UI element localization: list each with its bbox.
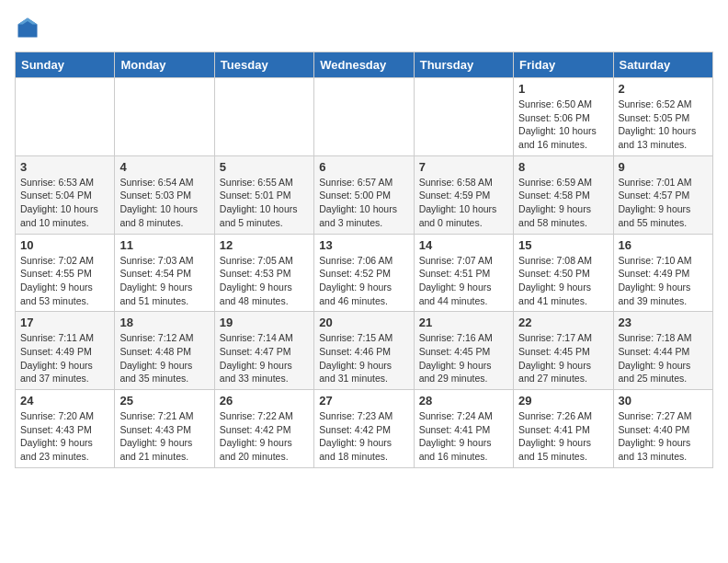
calendar-header-sunday: Sunday xyxy=(16,52,115,78)
day-info: Sunrise: 7:17 AM Sunset: 4:45 PM Dayligh… xyxy=(518,331,608,385)
day-number: 9 xyxy=(619,160,708,174)
day-number: 12 xyxy=(220,238,309,252)
calendar-table: SundayMondayTuesdayWednesdayThursdayFrid… xyxy=(15,52,713,468)
calendar-cell xyxy=(214,78,313,156)
day-info: Sunrise: 7:10 AM Sunset: 4:49 PM Dayligh… xyxy=(619,254,708,308)
day-number: 4 xyxy=(119,160,209,174)
calendar-cell: 5Sunrise: 6:55 AM Sunset: 5:01 PM Daylig… xyxy=(214,155,313,234)
day-number: 6 xyxy=(319,160,408,174)
day-number: 18 xyxy=(119,316,209,329)
calendar-week-row: 1Sunrise: 6:50 AM Sunset: 5:06 PM Daylig… xyxy=(16,78,713,156)
day-number: 15 xyxy=(518,238,608,252)
calendar-cell: 10Sunrise: 7:02 AM Sunset: 4:55 PM Dayli… xyxy=(16,234,115,312)
calendar-cell: 7Sunrise: 6:58 AM Sunset: 4:59 PM Daylig… xyxy=(414,155,513,234)
day-number: 28 xyxy=(419,394,508,408)
calendar-cell: 9Sunrise: 7:01 AM Sunset: 4:57 PM Daylig… xyxy=(613,155,712,234)
calendar-cell: 15Sunrise: 7:08 AM Sunset: 4:50 PM Dayli… xyxy=(514,234,613,312)
calendar-cell: 24Sunrise: 7:20 AM Sunset: 4:43 PM Dayli… xyxy=(16,390,115,468)
day-info: Sunrise: 6:54 AM Sunset: 5:03 PM Dayligh… xyxy=(119,176,209,230)
calendar-cell xyxy=(16,78,115,156)
calendar-cell: 23Sunrise: 7:18 AM Sunset: 4:44 PM Dayli… xyxy=(613,312,712,390)
day-info: Sunrise: 7:22 AM Sunset: 4:42 PM Dayligh… xyxy=(220,409,309,464)
calendar-cell: 14Sunrise: 7:07 AM Sunset: 4:51 PM Dayli… xyxy=(414,234,513,312)
day-info: Sunrise: 7:16 AM Sunset: 4:45 PM Dayligh… xyxy=(419,331,508,385)
day-number: 13 xyxy=(319,238,408,252)
calendar-week-row: 3Sunrise: 6:53 AM Sunset: 5:04 PM Daylig… xyxy=(16,155,713,234)
calendar-cell: 22Sunrise: 7:17 AM Sunset: 4:45 PM Dayli… xyxy=(514,312,613,390)
day-info: Sunrise: 7:06 AM Sunset: 4:52 PM Dayligh… xyxy=(319,254,408,308)
day-info: Sunrise: 7:08 AM Sunset: 4:50 PM Dayligh… xyxy=(518,254,608,308)
day-info: Sunrise: 6:53 AM Sunset: 5:04 PM Dayligh… xyxy=(20,176,109,230)
calendar-cell: 27Sunrise: 7:23 AM Sunset: 4:42 PM Dayli… xyxy=(314,390,414,468)
day-number: 16 xyxy=(619,238,708,252)
day-info: Sunrise: 7:05 AM Sunset: 4:53 PM Dayligh… xyxy=(220,254,309,308)
calendar-cell xyxy=(115,78,214,156)
day-info: Sunrise: 7:20 AM Sunset: 4:43 PM Dayligh… xyxy=(20,409,109,464)
calendar-header-row: SundayMondayTuesdayWednesdayThursdayFrid… xyxy=(16,52,713,78)
calendar-cell: 1Sunrise: 6:50 AM Sunset: 5:06 PM Daylig… xyxy=(514,78,613,156)
day-number: 29 xyxy=(518,394,608,408)
day-number: 20 xyxy=(319,316,408,329)
calendar-cell: 25Sunrise: 7:21 AM Sunset: 4:43 PM Dayli… xyxy=(115,390,214,468)
day-number: 1 xyxy=(518,82,608,96)
day-number: 27 xyxy=(319,394,408,408)
day-info: Sunrise: 6:57 AM Sunset: 5:00 PM Dayligh… xyxy=(319,176,408,230)
calendar-week-row: 10Sunrise: 7:02 AM Sunset: 4:55 PM Dayli… xyxy=(16,234,713,312)
day-info: Sunrise: 6:58 AM Sunset: 4:59 PM Dayligh… xyxy=(419,176,508,230)
day-number: 17 xyxy=(20,316,109,329)
day-info: Sunrise: 7:03 AM Sunset: 4:54 PM Dayligh… xyxy=(119,254,209,308)
calendar-header-wednesday: Wednesday xyxy=(314,52,414,78)
day-number: 23 xyxy=(619,316,708,329)
calendar-cell: 13Sunrise: 7:06 AM Sunset: 4:52 PM Dayli… xyxy=(314,234,414,312)
calendar-header-monday: Monday xyxy=(115,52,214,78)
calendar-cell: 20Sunrise: 7:15 AM Sunset: 4:46 PM Dayli… xyxy=(314,312,414,390)
calendar-week-row: 17Sunrise: 7:11 AM Sunset: 4:49 PM Dayli… xyxy=(16,312,713,390)
logo-icon xyxy=(15,15,40,40)
day-number: 7 xyxy=(419,160,508,174)
day-info: Sunrise: 7:18 AM Sunset: 4:44 PM Dayligh… xyxy=(619,331,708,385)
day-info: Sunrise: 6:55 AM Sunset: 5:01 PM Dayligh… xyxy=(220,176,309,230)
day-number: 21 xyxy=(419,316,508,329)
day-number: 8 xyxy=(518,160,608,174)
day-info: Sunrise: 7:27 AM Sunset: 4:40 PM Dayligh… xyxy=(619,409,708,464)
day-number: 10 xyxy=(20,238,109,252)
day-info: Sunrise: 7:11 AM Sunset: 4:49 PM Dayligh… xyxy=(20,331,109,385)
day-info: Sunrise: 7:14 AM Sunset: 4:47 PM Dayligh… xyxy=(220,331,309,385)
day-info: Sunrise: 6:50 AM Sunset: 5:06 PM Dayligh… xyxy=(518,98,608,152)
day-number: 19 xyxy=(220,316,309,329)
calendar-cell: 16Sunrise: 7:10 AM Sunset: 4:49 PM Dayli… xyxy=(613,234,712,312)
calendar-cell: 6Sunrise: 6:57 AM Sunset: 5:00 PM Daylig… xyxy=(314,155,414,234)
calendar-cell: 29Sunrise: 7:26 AM Sunset: 4:41 PM Dayli… xyxy=(514,390,613,468)
calendar-cell xyxy=(314,78,414,156)
day-info: Sunrise: 7:24 AM Sunset: 4:41 PM Dayligh… xyxy=(419,409,508,464)
calendar-cell: 11Sunrise: 7:03 AM Sunset: 4:54 PM Dayli… xyxy=(115,234,214,312)
day-info: Sunrise: 7:23 AM Sunset: 4:42 PM Dayligh… xyxy=(319,409,408,464)
calendar-header-saturday: Saturday xyxy=(613,52,712,78)
page-header xyxy=(15,15,713,40)
day-number: 24 xyxy=(20,394,109,408)
calendar-header-thursday: Thursday xyxy=(414,52,513,78)
day-info: Sunrise: 7:01 AM Sunset: 4:57 PM Dayligh… xyxy=(619,176,708,230)
calendar-cell: 26Sunrise: 7:22 AM Sunset: 4:42 PM Dayli… xyxy=(214,390,313,468)
calendar-header-tuesday: Tuesday xyxy=(214,52,313,78)
day-number: 2 xyxy=(619,82,708,96)
day-info: Sunrise: 7:07 AM Sunset: 4:51 PM Dayligh… xyxy=(419,254,508,308)
calendar-cell: 30Sunrise: 7:27 AM Sunset: 4:40 PM Dayli… xyxy=(613,390,712,468)
calendar-cell: 28Sunrise: 7:24 AM Sunset: 4:41 PM Dayli… xyxy=(414,390,513,468)
calendar-cell: 19Sunrise: 7:14 AM Sunset: 4:47 PM Dayli… xyxy=(214,312,313,390)
calendar-cell: 17Sunrise: 7:11 AM Sunset: 4:49 PM Dayli… xyxy=(16,312,115,390)
day-info: Sunrise: 7:26 AM Sunset: 4:41 PM Dayligh… xyxy=(518,409,608,464)
day-number: 30 xyxy=(619,394,708,408)
day-number: 22 xyxy=(518,316,608,329)
day-info: Sunrise: 7:15 AM Sunset: 4:46 PM Dayligh… xyxy=(319,331,408,385)
day-info: Sunrise: 7:02 AM Sunset: 4:55 PM Dayligh… xyxy=(20,254,109,308)
calendar-cell xyxy=(414,78,513,156)
day-number: 11 xyxy=(119,238,209,252)
calendar-cell: 2Sunrise: 6:52 AM Sunset: 5:05 PM Daylig… xyxy=(613,78,712,156)
day-info: Sunrise: 6:52 AM Sunset: 5:05 PM Dayligh… xyxy=(619,98,708,152)
day-info: Sunrise: 7:12 AM Sunset: 4:48 PM Dayligh… xyxy=(119,331,209,385)
day-number: 3 xyxy=(20,160,109,174)
day-number: 25 xyxy=(119,394,209,408)
calendar-header-friday: Friday xyxy=(514,52,613,78)
logo xyxy=(15,15,44,40)
